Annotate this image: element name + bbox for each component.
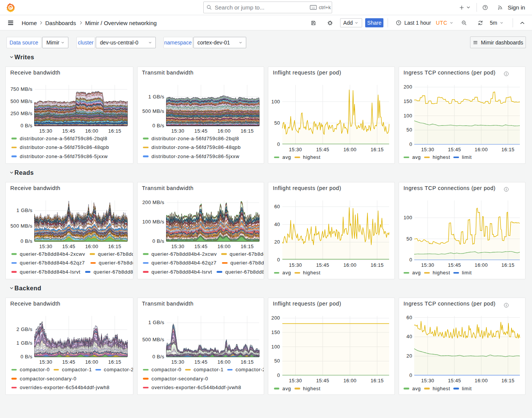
svg-text:16:00: 16:00 bbox=[217, 128, 231, 134]
svg-text:16:15: 16:15 bbox=[108, 359, 122, 365]
svg-text:15:30: 15:30 bbox=[171, 128, 184, 134]
svg-text:0 B/s: 0 B/s bbox=[21, 238, 33, 244]
svg-text:15:30: 15:30 bbox=[39, 359, 52, 365]
svg-text:200: 200 bbox=[271, 315, 280, 321]
svg-text:16:15: 16:15 bbox=[370, 147, 384, 152]
svg-text:100: 100 bbox=[404, 215, 412, 220]
svg-text:16:15: 16:15 bbox=[370, 378, 384, 383]
svg-text:2 GB/s: 2 GB/s bbox=[16, 326, 32, 332]
svg-text:16:00: 16:00 bbox=[344, 147, 357, 152]
svg-text:0: 0 bbox=[277, 141, 280, 147]
svg-text:15:45: 15:45 bbox=[194, 359, 207, 365]
svg-text:20: 20 bbox=[406, 353, 412, 359]
svg-text:16:15: 16:15 bbox=[501, 262, 515, 268]
svg-text:150: 150 bbox=[404, 98, 412, 104]
svg-text:150: 150 bbox=[271, 329, 280, 335]
svg-text:16:00: 16:00 bbox=[85, 244, 98, 249]
svg-text:750 MB/s: 750 MB/s bbox=[10, 86, 32, 92]
svg-text:0: 0 bbox=[277, 372, 280, 378]
svg-text:15:45: 15:45 bbox=[194, 244, 207, 249]
svg-text:50: 50 bbox=[274, 120, 280, 125]
svg-text:1 GB/s: 1 GB/s bbox=[148, 320, 164, 325]
svg-text:16:00: 16:00 bbox=[344, 378, 357, 383]
svg-text:15:45: 15:45 bbox=[448, 262, 461, 268]
svg-text:15:45: 15:45 bbox=[316, 378, 329, 383]
svg-text:0: 0 bbox=[409, 141, 412, 147]
svg-text:16:00: 16:00 bbox=[475, 262, 488, 268]
svg-text:60: 60 bbox=[406, 315, 412, 320]
svg-text:0 B/s: 0 B/s bbox=[21, 123, 33, 128]
svg-text:16:15: 16:15 bbox=[501, 147, 515, 152]
svg-text:20: 20 bbox=[274, 239, 280, 245]
svg-text:16:15: 16:15 bbox=[370, 262, 384, 268]
svg-text:16:00: 16:00 bbox=[85, 359, 98, 365]
svg-text:16:15: 16:15 bbox=[241, 359, 254, 365]
svg-text:15:45: 15:45 bbox=[62, 128, 76, 134]
svg-text:40: 40 bbox=[274, 221, 280, 227]
svg-text:500 MB/s: 500 MB/s bbox=[10, 223, 32, 228]
svg-text:15:45: 15:45 bbox=[62, 359, 76, 365]
svg-text:16:00: 16:00 bbox=[475, 147, 488, 152]
svg-text:15:30: 15:30 bbox=[171, 244, 184, 249]
svg-text:15:30: 15:30 bbox=[289, 262, 302, 268]
svg-text:16:15: 16:15 bbox=[241, 244, 254, 249]
svg-text:200: 200 bbox=[404, 84, 412, 90]
svg-text:16:15: 16:15 bbox=[108, 244, 122, 249]
svg-text:50: 50 bbox=[406, 127, 412, 133]
svg-text:15:45: 15:45 bbox=[448, 378, 461, 383]
svg-text:500 MB/s: 500 MB/s bbox=[142, 337, 164, 342]
svg-text:60: 60 bbox=[274, 203, 280, 209]
svg-text:200 MB/s: 200 MB/s bbox=[142, 200, 164, 205]
svg-text:0 B/s: 0 B/s bbox=[152, 123, 164, 128]
svg-text:15:30: 15:30 bbox=[421, 147, 434, 152]
svg-text:15:45: 15:45 bbox=[62, 244, 76, 249]
svg-text:100: 100 bbox=[271, 344, 280, 350]
svg-text:500 MB/s: 500 MB/s bbox=[142, 108, 164, 114]
svg-text:15:30: 15:30 bbox=[171, 359, 184, 365]
svg-text:40: 40 bbox=[406, 334, 412, 339]
svg-text:1 GB/s: 1 GB/s bbox=[16, 207, 32, 213]
svg-text:15:45: 15:45 bbox=[316, 147, 329, 152]
svg-text:15:30: 15:30 bbox=[289, 147, 302, 152]
svg-text:15:30: 15:30 bbox=[39, 244, 52, 249]
svg-text:16:00: 16:00 bbox=[217, 244, 231, 249]
svg-text:100 MB/s: 100 MB/s bbox=[142, 219, 164, 225]
svg-text:16:00: 16:00 bbox=[85, 128, 98, 134]
svg-text:15:45: 15:45 bbox=[448, 147, 461, 152]
svg-text:500 MB/s: 500 MB/s bbox=[10, 98, 32, 104]
svg-text:50: 50 bbox=[406, 236, 412, 241]
svg-text:16:00: 16:00 bbox=[217, 359, 231, 365]
svg-text:0 B/s: 0 B/s bbox=[21, 354, 33, 359]
svg-text:0: 0 bbox=[277, 257, 280, 263]
svg-text:0 B/s: 0 B/s bbox=[152, 238, 164, 244]
svg-text:100: 100 bbox=[404, 112, 412, 118]
svg-text:15:30: 15:30 bbox=[289, 378, 302, 383]
svg-text:50: 50 bbox=[274, 358, 280, 364]
svg-text:15:30: 15:30 bbox=[421, 378, 434, 383]
svg-text:0: 0 bbox=[409, 257, 412, 263]
svg-text:16:00: 16:00 bbox=[344, 262, 357, 268]
svg-text:16:15: 16:15 bbox=[241, 128, 254, 134]
svg-text:15:45: 15:45 bbox=[316, 262, 329, 268]
svg-text:1 GB/s: 1 GB/s bbox=[148, 93, 164, 99]
svg-text:0 B/s: 0 B/s bbox=[152, 354, 164, 359]
svg-text:0: 0 bbox=[409, 372, 412, 378]
svg-text:100: 100 bbox=[271, 98, 280, 104]
svg-text:15:30: 15:30 bbox=[421, 262, 434, 268]
svg-text:16:15: 16:15 bbox=[501, 378, 515, 383]
svg-text:16:15: 16:15 bbox=[108, 128, 122, 134]
svg-text:16:00: 16:00 bbox=[475, 378, 488, 383]
svg-text:1 GB/s: 1 GB/s bbox=[16, 340, 32, 346]
svg-text:15:30: 15:30 bbox=[39, 128, 52, 134]
svg-text:15:45: 15:45 bbox=[194, 128, 207, 134]
svg-text:250 MB/s: 250 MB/s bbox=[10, 111, 32, 116]
